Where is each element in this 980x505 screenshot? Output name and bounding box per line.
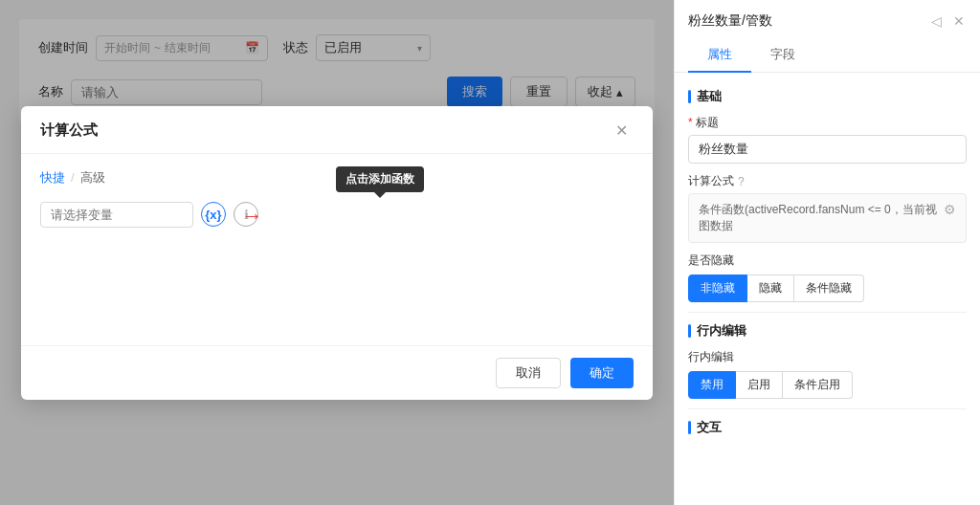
- panel-shrink-button[interactable]: ◁: [929, 11, 944, 31]
- inline-edit-section-header: 行内编辑: [688, 322, 967, 340]
- panel-close-button[interactable]: ✕: [951, 11, 967, 31]
- hidden-section: 是否隐藏 非隐藏 隐藏 条件隐藏: [688, 252, 967, 302]
- modal-body: 快捷 / 高级 {x} 点击添加函数 ℹ ←: [21, 154, 653, 345]
- interact-section-title: 交互: [697, 419, 722, 436]
- panel-tabs: 属性 字段: [675, 38, 980, 73]
- tab-advanced[interactable]: 高级: [80, 169, 105, 187]
- title-field-value: 粉丝数量: [688, 135, 967, 164]
- modal-title: 计算公式: [40, 121, 98, 140]
- add-function-button[interactable]: {x} 点击添加函数: [201, 202, 226, 227]
- interact-section-header: 交互: [688, 419, 967, 436]
- inline-edit-section: 行内编辑 行内编辑 禁用 启用 条件启用: [688, 322, 967, 399]
- confirm-button[interactable]: 确定: [570, 358, 634, 388]
- formula-label-row: 计算公式 ?: [688, 173, 967, 189]
- modal-overlay: 计算公式 ✕ 快捷 / 高级 {x} 点击添加函数: [0, 0, 674, 505]
- title-field-label: * 标题: [688, 115, 967, 131]
- section-divider-2: [688, 408, 967, 409]
- required-mark: *: [688, 116, 696, 129]
- formula-label: 计算公式: [688, 173, 734, 189]
- hidden-option-2[interactable]: 条件隐藏: [794, 274, 864, 302]
- inline-edit-option-2[interactable]: 条件启用: [783, 371, 853, 399]
- hidden-option-0[interactable]: 非隐藏: [688, 274, 747, 302]
- main-area: 创建时间 开始时间 ~ 结束时间 📅 状态 已启用 ▾ 名称 搜索 重置 收起: [0, 0, 674, 505]
- panel-title: 粉丝数量/管数: [688, 12, 772, 30]
- hidden-option-1[interactable]: 隐藏: [747, 274, 794, 302]
- formula-display: 条件函数(activeRecord.fansNum <= 0，当前视图数据 ⚙: [688, 193, 967, 243]
- tab-field[interactable]: 字段: [751, 38, 814, 73]
- formula-row: {x} 点击添加函数 ℹ ←: [40, 202, 634, 228]
- base-section-title: 基础: [697, 88, 722, 105]
- inline-edit-label: 行内编辑: [688, 349, 967, 365]
- formula-info-icon[interactable]: ?: [738, 175, 745, 188]
- modal-close-button[interactable]: ✕: [610, 120, 634, 142]
- tab-divider: /: [71, 170, 75, 185]
- section-divider-1: [688, 312, 967, 313]
- inline-edit-option-0[interactable]: 禁用: [688, 371, 736, 399]
- formula-modal: 计算公式 ✕ 快捷 / 高级 {x} 点击添加函数: [21, 106, 653, 400]
- inline-edit-btn-group: 禁用 启用 条件启用: [688, 371, 967, 399]
- hidden-label: 是否隐藏: [688, 252, 967, 269]
- add-function-tooltip: 点击添加函数: [336, 166, 424, 192]
- panel-icons: ◁ ✕: [929, 11, 967, 31]
- tab-property[interactable]: 属性: [688, 38, 751, 73]
- modal-footer: 取消 确定: [21, 345, 653, 400]
- section-bar-inline-icon: [688, 324, 691, 338]
- panel-header: 粉丝数量/管数 ◁ ✕: [675, 0, 980, 31]
- red-arrow-icon: ←: [241, 204, 262, 229]
- inline-edit-section-title: 行内编辑: [697, 322, 746, 340]
- section-bar-interact-icon: [688, 421, 691, 434]
- interact-section: 交互: [688, 419, 967, 436]
- panel-content: 基础 * 标题 粉丝数量 计算公式 ? 条件函数(activeRecord.fa…: [675, 73, 980, 505]
- base-section-header: 基础: [688, 88, 967, 105]
- cancel-button[interactable]: 取消: [496, 358, 561, 388]
- right-panel: 粉丝数量/管数 ◁ ✕ 属性 字段 基础 * 标题 粉丝数量 计算公式 ? 条件…: [674, 0, 980, 505]
- variable-select[interactable]: [40, 202, 193, 228]
- formula-text: 条件函数(activeRecord.fansNum <= 0，当前视图数据: [699, 202, 938, 234]
- hidden-btn-group: 非隐藏 隐藏 条件隐藏: [688, 274, 967, 302]
- section-bar-icon: [688, 90, 691, 103]
- formula-gear-icon[interactable]: ⚙: [944, 202, 956, 217]
- tab-quick[interactable]: 快捷: [40, 169, 65, 187]
- modal-header: 计算公式 ✕: [21, 106, 653, 154]
- inline-edit-option-1[interactable]: 启用: [736, 371, 783, 399]
